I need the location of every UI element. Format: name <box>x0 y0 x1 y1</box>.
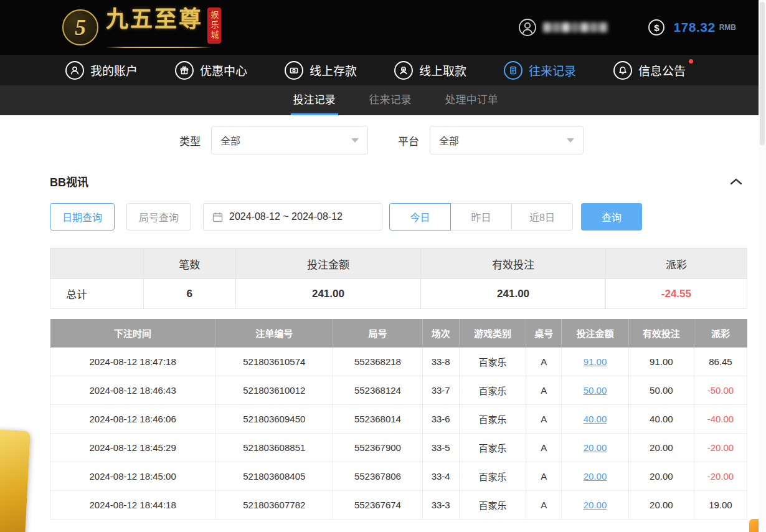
bet-table-header-row: 下注时间 注单编号 局号 场次 游戏类别 桌号 投注金额 有效投注 派彩 <box>50 319 747 347</box>
nav-item-withdraw[interactable]: 线上取款 <box>394 61 466 80</box>
summary-bet-amount: 241.00 <box>235 279 421 309</box>
platform-select[interactable]: 全部 <box>430 126 584 154</box>
records-icon <box>504 61 522 80</box>
table-row: 2024-08-12 18:47:18521803610574552368218… <box>50 347 747 376</box>
cell-valid: 50.00 <box>628 376 694 404</box>
cell-game: 百家乐 <box>459 490 526 519</box>
bet-amount-link[interactable]: 20.00 <box>584 471 607 482</box>
header-round-number: 局号 <box>333 319 422 347</box>
summary-valid-bet: 241.00 <box>421 279 606 309</box>
header-table-number: 桌号 <box>526 319 562 347</box>
cell-game: 百家乐 <box>459 462 526 490</box>
site-logo[interactable]: 5 九五至尊 娱乐城 <box>62 7 221 48</box>
collapse-chevron-up-icon[interactable] <box>725 176 747 188</box>
cell-table_no: A <box>526 376 562 404</box>
bet-amount-link[interactable]: 20.00 <box>584 442 607 453</box>
username-blurred[interactable] <box>543 22 607 32</box>
cell-bet_id: 521803607782 <box>215 490 333 519</box>
logo-emblem-icon: 5 <box>62 9 98 45</box>
cell-session: 33-7 <box>422 376 459 404</box>
nav-item-transaction-records[interactable]: 往来记录 <box>504 61 576 80</box>
header-bet-time: 下注时间 <box>50 319 215 347</box>
sub-tab-bar: 投注记录 往来记录 处理中订单 <box>0 85 766 115</box>
summary-header-valid-bet: 有效投注 <box>421 249 606 279</box>
today-button[interactable]: 今日 <box>389 203 451 230</box>
cell-bet_id: 521803610012 <box>215 376 333 404</box>
cell-valid: 20.00 <box>628 462 694 490</box>
cell-bet_id: 521803610574 <box>215 347 333 376</box>
cell-table_no: A <box>526 347 562 376</box>
cell-payout: -20.00 <box>694 433 747 462</box>
round-query-button[interactable]: 局号查询 <box>126 203 191 230</box>
last-8-days-button[interactable]: 近8日 <box>511 203 573 230</box>
cell-time: 2024-08-12 18:46:06 <box>50 404 215 433</box>
summary-header-empty <box>50 249 144 279</box>
logo-title: 九五至尊 <box>106 7 203 32</box>
chevron-down-icon <box>567 138 574 143</box>
nav-item-my-account[interactable]: 我的账户 <box>65 61 138 80</box>
cell-payout: 86.45 <box>694 347 747 376</box>
cell-round: 552368218 <box>333 347 422 376</box>
cell-round: 552367806 <box>333 462 422 490</box>
summary-total-row: 总计 6 241.00 241.00 -24.55 <box>50 279 747 309</box>
type-select[interactable]: 全部 <box>211 126 368 154</box>
nav-item-promotions[interactable]: 优惠中心 <box>175 61 247 80</box>
summary-payout: -24.55 <box>605 279 747 309</box>
type-select-value: 全部 <box>220 133 240 148</box>
table-row: 2024-08-12 18:46:06521803609450552368014… <box>50 404 747 433</box>
header-valid-bet: 有效投注 <box>628 319 694 347</box>
cell-time: 2024-08-12 18:44:18 <box>50 490 215 519</box>
main-content: 类型 全部 平台 全部 BB视讯 日期查询 局号查询 <box>0 126 766 520</box>
bet-amount-link[interactable]: 40.00 <box>584 414 607 424</box>
nav-item-announcements[interactable]: 信息公告 <box>613 61 686 80</box>
header-bet-id: 注单编号 <box>215 319 333 347</box>
cell-round: 552367900 <box>333 433 422 462</box>
cell-session: 33-6 <box>422 404 459 433</box>
search-button[interactable]: 查询 <box>581 203 642 230</box>
balance-coin-icon: $ <box>648 19 664 36</box>
bet-amount-link[interactable]: 20.00 <box>584 500 607 510</box>
bet-records-table: 下注时间 注单编号 局号 场次 游戏类别 桌号 投注金额 有效投注 派彩 202… <box>50 319 747 520</box>
date-range-input[interactable]: 2024-08-12 ~ 2024-08-12 <box>203 203 382 230</box>
floating-promo-widget[interactable] <box>0 429 31 532</box>
tab-bet-records[interactable]: 投注记录 <box>290 85 339 115</box>
tab-processing-orders[interactable]: 处理中订单 <box>442 85 502 115</box>
cell-payout: -40.00 <box>694 404 747 433</box>
tab-transaction-records[interactable]: 往来记录 <box>366 85 415 115</box>
nav-label: 线上取款 <box>419 62 466 78</box>
summary-table: 笔数 投注金额 有效投注 派彩 总计 6 241.00 241.00 -24.5… <box>50 248 747 309</box>
quick-date-group: 今日 昨日 近8日 <box>389 203 573 230</box>
bet-table-body: 2024-08-12 18:47:18521803610574552368218… <box>50 347 747 519</box>
cell-bet_id: 521803608851 <box>215 433 333 462</box>
cell-bet_id: 521803608405 <box>215 462 333 490</box>
user-area: $ 178.32 RMB <box>518 18 736 37</box>
platform-filter-label: 平台 <box>398 133 419 148</box>
scrollbar[interactable] <box>759 0 766 532</box>
cell-valid: 91.00 <box>628 347 694 376</box>
date-query-button[interactable]: 日期查询 <box>50 203 115 230</box>
cell-payout: 19.00 <box>694 490 747 519</box>
cell-session: 33-5 <box>422 433 459 462</box>
user-avatar-icon[interactable] <box>518 18 537 37</box>
filter-row: 类型 全部 平台 全部 <box>50 126 747 154</box>
top-header: 5 九五至尊 娱乐城 $ <box>0 0 766 55</box>
withdraw-icon <box>394 61 413 80</box>
yesterday-button[interactable]: 昨日 <box>450 203 512 230</box>
bet-amount-link[interactable]: 91.00 <box>584 356 607 367</box>
cell-game: 百家乐 <box>459 433 526 462</box>
cell-valid: 20.00 <box>628 433 694 462</box>
cell-round: 552368014 <box>333 404 422 433</box>
type-filter-label: 类型 <box>179 133 201 148</box>
scrollbar-thumb[interactable] <box>760 2 765 145</box>
cell-game: 百家乐 <box>459 376 526 404</box>
nav-item-deposit[interactable]: 线上存款 <box>285 61 357 80</box>
calendar-icon <box>212 212 223 222</box>
cell-game: 百家乐 <box>459 347 526 376</box>
platform-select-value: 全部 <box>439 133 459 148</box>
nav-label: 我的账户 <box>90 62 138 78</box>
gift-icon <box>175 61 194 80</box>
logo-text-block: 九五至尊 娱乐城 <box>106 7 221 48</box>
bet-amount-link[interactable]: 50.00 <box>584 385 607 396</box>
query-controls: 日期查询 局号查询 2024-08-12 ~ 2024-08-12 今日 昨日 … <box>50 203 747 230</box>
cell-time: 2024-08-12 18:45:29 <box>50 433 215 462</box>
